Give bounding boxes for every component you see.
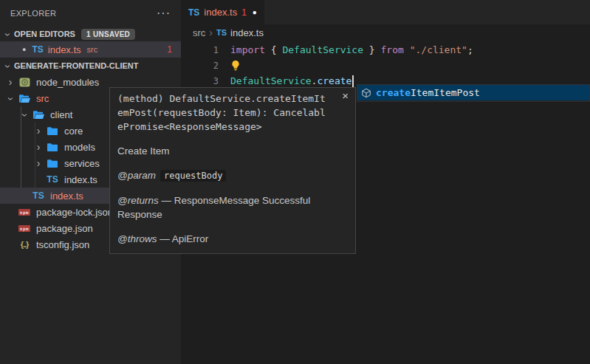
more-actions-icon[interactable]: ··· [157,10,171,17]
code-token: ; [467,44,473,55]
dash: — [159,233,170,244]
open-editor-filename: index.ts [48,44,81,55]
suggest-item-createItemItemPost[interactable]: createItemItemPost [357,85,589,100]
folder-icon [47,142,58,152]
hover-tooltip: × (method) DefaultService.createItemItem… [109,87,356,254]
ts-icon: TS [47,174,58,185]
open-editors-label: OPEN EDITORS [14,30,75,38]
chevron-down-icon: › [2,61,14,72]
tree-item-label: index.ts [50,190,83,202]
folder-icon [47,159,58,168]
code-token: { [265,44,282,55]
close-icon[interactable]: × [342,91,349,101]
chevron-right-icon[interactable]: › [5,76,16,88]
folder-icon [47,126,58,136]
code-token: DefaultService [282,44,363,55]
explorer-title: EXPLORER [10,9,56,18]
tree-item-label: index.ts [64,174,97,185]
tree-item-label: package.json [36,223,93,234]
lightbulb-icon[interactable] [230,60,241,71]
project-label: GENERATE-FRONTEND-CLIENT [14,61,138,70]
chevron-right-icon[interactable]: › [33,141,44,153]
hover-throws-row: @throws — ApiError [117,232,348,246]
chevron-down-icon[interactable]: › [5,94,17,104]
param-tag: @param [117,170,156,181]
code-token: import [230,44,265,55]
explorer-header: EXPLORER ··· [0,0,181,27]
hover-param-row: @paramrequestBody [117,168,348,183]
chevron-down-icon[interactable]: › [19,110,31,120]
json-icon: {..} [21,240,29,249]
chevron-right-icon[interactable]: › [33,125,44,137]
breadcrumb-file[interactable]: index.ts [230,27,264,38]
open-editor-detail: src [87,45,98,54]
folder-open-icon [32,110,45,120]
vscode-window: { "colors": { "sidebar_bg": "#252526", "… [0,0,590,364]
breadcrumb-separator-icon: › [209,27,213,38]
code-editor[interactable]: 1import { DefaultService } from "./clien… [181,41,590,89]
suggest-widget: createItemItemPost [357,84,590,102]
error-count-badge: 1 [167,44,172,55]
text-cursor [352,75,354,87]
param-name-chip: requestBody [160,170,226,182]
tab-bar: TS index.ts 1 ● [181,0,590,24]
unsaved-badge: 1 UNSAVED [81,29,135,40]
throws-text: ApiError [172,233,209,244]
dirty-dot-icon[interactable]: ● [22,46,26,53]
project-section-header[interactable]: › GENERATE-FRONTEND-CLIENT [0,58,181,74]
line-number: 3 [181,76,219,86]
code-token: . [312,75,318,86]
node-modules-folder-icon [19,78,30,87]
returns-tag: @returns [117,195,159,206]
code-token: DefaultService [230,75,312,86]
tree-item-label: node_modules [36,77,99,88]
tab-error-count: 1 [241,7,247,18]
tree-item-label: client [50,109,72,120]
throws-tag: @throws [117,233,157,244]
tree-item-label: services [64,158,100,169]
code-token: create [317,75,351,86]
tree-item-label: tsconfig.json [36,239,89,250]
ts-icon: TS [32,190,44,201]
code-token: } [363,44,380,55]
code-line-1[interactable]: 1import { DefaultService } from "./clien… [181,42,590,58]
suggest-rest-text: ItemItemPost [411,87,480,98]
npm-icon: npm [18,225,30,232]
npm-icon: npm [18,209,30,216]
tab-indexts[interactable]: TS index.ts 1 ● [181,0,264,24]
tree-item-label: models [64,142,95,153]
code-token [404,44,410,55]
ts-icon: TS [216,28,227,37]
ts-icon: TS [32,44,43,55]
breadcrumb: src › TS index.ts [181,24,590,41]
tab-filename: index.ts [204,7,237,18]
line-number: 2 [181,61,219,71]
dash: — [162,195,172,206]
open-editor-item-indexts[interactable]: ● TS index.ts src 1 [0,41,181,58]
ts-icon: TS [188,7,199,18]
folder-open-icon [18,94,31,103]
tab-dirty-dot-icon[interactable]: ● [253,8,257,16]
breadcrumb-folder[interactable]: src [193,27,205,38]
code-line-2[interactable]: 2 [181,58,590,73]
chevron-down-icon: › [2,30,14,40]
code-token: from [381,44,404,55]
symbol-method-cube-icon [361,88,371,98]
tree-item-label: core [64,126,83,137]
chevron-right-icon[interactable]: › [33,157,44,169]
hover-description: Create Item [117,144,348,158]
hover-signature: (method) DefaultService.createItemItemPo… [117,92,326,134]
suggest-match-text: create [376,87,411,98]
tree-item-label: src [36,93,49,104]
hover-returns-row: @returns — ResponseMessage Successful Re… [117,193,348,222]
line-number: 1 [181,45,219,55]
code-token: "./client" [410,44,467,55]
open-editors-section-header[interactable]: › OPEN EDITORS 1 UNSAVED [0,27,181,41]
tree-item-label: package-lock.json [36,207,113,218]
